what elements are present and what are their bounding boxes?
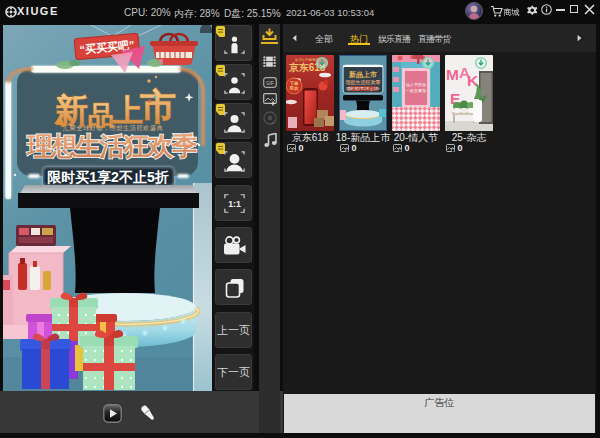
svg-text:双衣: 双衣 (289, 85, 300, 91)
svg-text:1:1: 1:1 (228, 199, 241, 209)
svg-text:GIF: GIF (266, 81, 274, 86)
svg-text:限时买1享2不止5折: 限时买1享2不止5折 (347, 86, 380, 91)
svg-text:限时买1享2不止5折: 限时买1享2不止5折 (47, 169, 168, 185)
svg-text:M: M (446, 66, 459, 83)
svg-text:新品上市: 新品上市 (348, 70, 377, 79)
svg-text:上: 上 (111, 93, 143, 128)
svg-text:市: 市 (140, 86, 176, 127)
svg-text:理想生活狂欢季: 理想生活狂欢季 (27, 132, 198, 160)
svg-text:理想生活狂欢季: 理想生活狂欢季 (345, 79, 381, 86)
